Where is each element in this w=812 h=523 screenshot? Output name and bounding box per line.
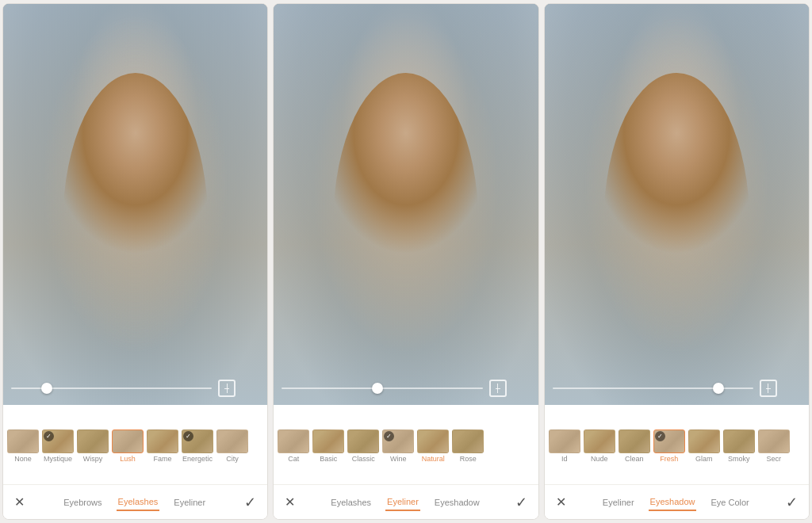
photo-area-2 [274, 4, 538, 405]
filter-item-energetic[interactable]: ✓ Energetic [181, 429, 214, 463]
filter-thumb-glam[interactable] [688, 429, 720, 453]
filter-label-lush: Lush [120, 455, 136, 463]
nav-eyebrows-1[interactable]: Eyebrows [62, 494, 103, 510]
slider-area-2 [282, 380, 506, 397]
close-button-2[interactable]: ✕ [285, 494, 295, 510]
filter-thumb-city[interactable] [216, 429, 248, 453]
filter-label-cat: Cat [288, 455, 299, 463]
nav-eyeliner-2[interactable]: Eyeliner [385, 494, 420, 511]
slider-track-1[interactable] [11, 387, 212, 389]
check-badge-wine: ✓ [384, 431, 394, 441]
slider-thumb-2[interactable] [372, 383, 383, 394]
filter-thumb-cat[interactable] [278, 429, 309, 453]
filter-item-clean[interactable]: Clean [618, 429, 651, 463]
filter-label-classic: Classic [352, 455, 375, 463]
filter-strip-2: Cat Basic Classic ✓ Wine Natural Rose [274, 405, 538, 484]
filter-item-fresh[interactable]: ✓ Fresh [653, 429, 686, 463]
filter-thumb-fame[interactable] [147, 429, 178, 453]
filter-label-energetic: Energetic [182, 455, 213, 463]
filter-thumb-fresh[interactable]: ✓ [653, 429, 685, 453]
panel-1: None ✓ Mystique Wispy Lush Fame ✓ Energe… [2, 3, 268, 520]
filter-item-lush[interactable]: Lush [111, 429, 144, 463]
check-badge-mystique: ✓ [44, 431, 54, 441]
filter-label-secr: Secr [766, 455, 781, 463]
filter-item-natural[interactable]: Natural [416, 429, 450, 463]
filter-label-fame: Fame [153, 455, 171, 463]
filter-item-id[interactable]: Id [548, 429, 581, 463]
filter-item-wispy[interactable]: Wispy [76, 429, 109, 463]
check-badge-fresh: ✓ [655, 431, 665, 441]
filter-item-wine[interactable]: ✓ Wine [381, 429, 415, 463]
filter-thumb-basic[interactable] [312, 429, 344, 453]
photo-bg-2 [274, 4, 538, 405]
panel-2: Cat Basic Classic ✓ Wine Natural Rose ✕ … [273, 3, 538, 520]
filter-thumb-natural[interactable] [417, 429, 449, 453]
filter-thumb-secr[interactable] [758, 429, 790, 453]
filter-thumb-mystique[interactable]: ✓ [42, 429, 74, 453]
filter-thumb-rose[interactable] [452, 429, 484, 453]
filter-item-mystique[interactable]: ✓ Mystique [41, 429, 75, 463]
bottom-bar-1: ✕ Eyebrows Eyelashes Eyeliner ✓ [3, 484, 267, 519]
filter-thumb-none-1[interactable] [7, 429, 39, 453]
filter-thumb-smoky[interactable] [723, 429, 755, 453]
bottom-nav-2: Eyelashes Eyeliner Eyeshadow [295, 494, 515, 511]
check-button-3[interactable]: ✓ [786, 494, 798, 511]
nav-eyelashes-2[interactable]: Eyelashes [329, 494, 373, 510]
check-badge-energetic: ✓ [183, 431, 193, 441]
filter-item-cat[interactable]: Cat [277, 429, 310, 463]
filter-item-smoky[interactable]: Smoky [722, 429, 756, 463]
filter-strip-3: Id Nude Clean ✓ Fresh Glam Smoky Secr [545, 405, 809, 484]
person-silhouette-3 [604, 73, 749, 374]
filter-label-clean: Clean [625, 455, 644, 463]
filter-item-glam[interactable]: Glam [688, 429, 721, 463]
filter-label-wispy: Wispy [83, 455, 103, 463]
nav-eyeshadow-2[interactable]: Eyeshadow [433, 494, 481, 510]
slider-thumb-3[interactable] [713, 383, 724, 394]
filter-thumb-id[interactable] [549, 429, 580, 453]
filter-thumb-wine[interactable]: ✓ [382, 429, 414, 453]
compare-icon-1[interactable] [218, 380, 236, 397]
bottom-nav-1: Eyebrows Eyelashes Eyeliner [25, 494, 244, 511]
filter-label-id: Id [561, 455, 568, 463]
filter-thumb-classic[interactable] [347, 429, 379, 453]
slider-area-3 [553, 380, 777, 397]
filter-label-natural: Natural [422, 455, 445, 463]
filter-label-basic: Basic [320, 455, 337, 463]
nav-eyeliner-3[interactable]: Eyeliner [601, 494, 636, 510]
filter-item-rose[interactable]: Rose [451, 429, 485, 463]
person-silhouette-1 [63, 73, 208, 374]
filter-thumb-lush[interactable] [112, 429, 144, 453]
filter-item-nude[interactable]: Nude [583, 429, 616, 463]
filter-thumb-wispy[interactable] [77, 429, 109, 453]
filter-item-none-1[interactable]: None [6, 429, 40, 463]
nav-eyelashes-1[interactable]: Eyelashes [117, 494, 160, 511]
filter-label-nude: Nude [591, 455, 608, 463]
filter-item-secr[interactable]: Secr [757, 429, 791, 463]
nav-eyeliner-1[interactable]: Eyeliner [172, 494, 207, 510]
filter-item-city[interactable]: City [216, 429, 249, 463]
compare-icon-2[interactable] [489, 380, 507, 397]
person-silhouette-2 [333, 73, 478, 374]
check-button-2[interactable]: ✓ [515, 494, 527, 511]
slider-thumb-1[interactable] [41, 383, 52, 394]
slider-area-1 [11, 380, 236, 397]
close-button-3[interactable]: ✕ [556, 494, 566, 510]
nav-eyecolor-3[interactable]: Eye Color [709, 494, 750, 510]
panel-3: Id Nude Clean ✓ Fresh Glam Smoky Secr [544, 3, 810, 520]
check-button-1[interactable]: ✓ [244, 494, 256, 511]
nav-eyeshadow-3[interactable]: Eyeshadow [649, 494, 697, 511]
slider-track-3[interactable] [553, 387, 753, 389]
photo-bg-1 [3, 4, 267, 405]
slider-track-2[interactable] [282, 387, 482, 389]
filter-thumb-energetic[interactable]: ✓ [182, 429, 213, 453]
filter-thumb-clean[interactable] [619, 429, 650, 453]
filter-item-classic[interactable]: Classic [347, 429, 380, 463]
filter-item-fame[interactable]: Fame [146, 429, 179, 463]
filter-thumb-nude[interactable] [584, 429, 615, 453]
filter-item-basic[interactable]: Basic [312, 429, 345, 463]
compare-icon-3[interactable] [760, 380, 777, 397]
bottom-bar-2: ✕ Eyelashes Eyeliner Eyeshadow ✓ [274, 484, 538, 519]
close-button-1[interactable]: ✕ [14, 494, 25, 510]
filter-label-fresh: Fresh [660, 455, 678, 463]
filter-label-glam: Glam [695, 455, 713, 463]
